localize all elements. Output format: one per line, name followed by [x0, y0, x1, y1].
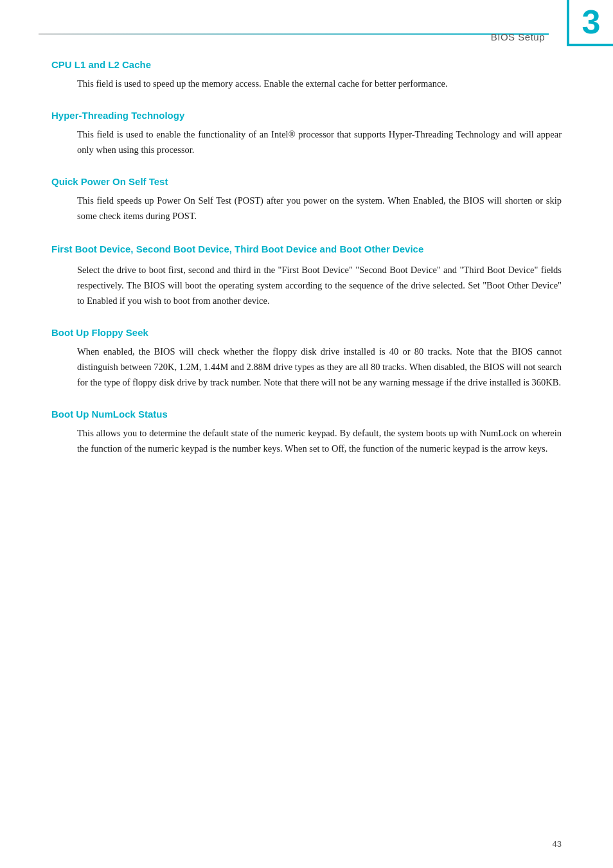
content-area: CPU L1 and L2 Cache This field is used t… [0, 53, 613, 513]
chapter-number-box: 3 [567, 0, 613, 46]
header-line [39, 33, 549, 35]
section-body-boot-floppy: When enabled, the BIOS will check whethe… [51, 344, 562, 391]
section-body-numlock: This allows you to determine the default… [51, 426, 562, 457]
section-heading-quick-post: Quick Power On Self Test [51, 176, 562, 187]
section-boot-devices: First Boot Device, Second Boot Device, T… [51, 242, 562, 309]
section-body-quick-post: This field speeds up Power On Self Test … [51, 193, 562, 224]
section-heading-boot-floppy: Boot Up Floppy Seek [51, 327, 562, 338]
bios-setup-label: BIOS Setup [491, 31, 545, 42]
section-heading-numlock: Boot Up NumLock Status [51, 409, 562, 420]
section-quick-post: Quick Power On Self Test This field spee… [51, 176, 562, 224]
section-hyper-threading: Hyper-Threading Technology This field is… [51, 110, 562, 158]
section-boot-floppy: Boot Up Floppy Seek When enabled, the BI… [51, 327, 562, 391]
section-numlock: Boot Up NumLock Status This allows you t… [51, 409, 562, 457]
section-body-hyper-threading: This field is used to enable the functio… [51, 127, 562, 158]
section-body-cpu-cache: This field is used to speed up the memor… [51, 76, 562, 92]
header-bar: BIOS Setup 3 [0, 0, 613, 46]
section-cpu-cache: CPU L1 and L2 Cache This field is used t… [51, 59, 562, 92]
section-heading-cpu-cache: CPU L1 and L2 Cache [51, 59, 562, 70]
section-body-boot-devices: Select the drive to boot first, second a… [51, 263, 562, 309]
section-heading-hyper-threading: Hyper-Threading Technology [51, 110, 562, 121]
section-heading-boot-devices: First Boot Device, Second Boot Device, T… [51, 242, 562, 257]
page-number: 43 [553, 839, 562, 849]
page-container: BIOS Setup 3 CPU L1 and L2 Cache This fi… [0, 0, 613, 868]
chapter-number: 3 [582, 5, 601, 39]
